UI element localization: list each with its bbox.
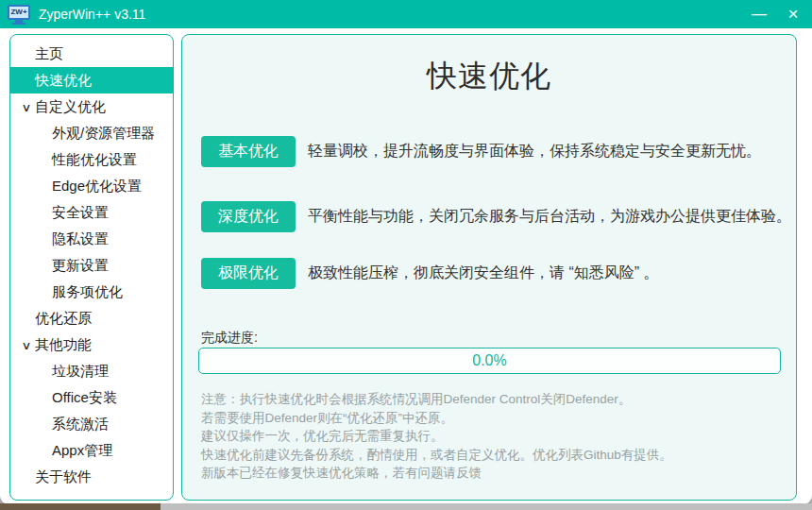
deep-optimize-desc: 平衡性能与功能，关闭冗余服务与后台活动，为游戏办公提供更佳体验。 [308,207,791,227]
deep-optimize-button[interactable]: 深度优化 [201,201,296,232]
sidebar-item-update-settings[interactable]: 更新设置 [10,252,173,279]
sidebar-group-other-features[interactable]: ∨其他功能 [10,332,173,358]
sidebar-item-edge-settings[interactable]: Edge优化设置 [10,173,173,199]
sidebar-item-system-activation[interactable]: 系统激活 [10,411,173,437]
basic-optimize-desc: 轻量调校，提升流畅度与界面体验，保持系统稳定与安全更新无忧。 [308,142,761,162]
deep-optimize-row: 深度优化 平衡性能与功能，关闭冗余服务与后台活动，为游戏办公提供更佳体验。 [201,201,791,232]
page-title: 快速优化 [182,56,796,97]
progress-label: 完成进度: [201,330,258,347]
sidebar-item-junk-clean[interactable]: 垃圾清理 [10,358,173,384]
sidebar-item-quick-optimize[interactable]: 快速优化 [10,67,173,94]
progress-bar: 0.0% [198,348,781,374]
sidebar-item-appx-manage[interactable]: Appx管理 [10,437,173,464]
sidebar-item-performance-settings[interactable]: 性能优化设置 [10,146,173,173]
sidebar-group-label: 其他功能 [35,336,92,352]
chevron-down-icon: ∨ [16,94,38,121]
app-window: ZW+ ZyperWin++ v3.11 — × 主页 快速优化 ∨自定义优化 … [0,0,812,504]
sidebar-item-optimize-restore[interactable]: 优化还原 [10,305,173,332]
app-logo-icon: ZW+ [8,5,30,25]
progress-value: 0.0% [199,348,780,373]
extreme-optimize-button[interactable]: 极限优化 [201,258,296,289]
quick-optimize-panel: 快速优化 基本优化 轻量调校，提升流畅度与界面体验，保持系统稳定与安全更新无忧。… [181,34,797,501]
note-line: 若需要使用Defender则在“优化还原”中还原。 [201,409,672,428]
sidebar-group-label: 自定义优化 [35,98,106,114]
sidebar-item-office-install[interactable]: Office安装 [10,384,173,411]
note-line: 注意：执行快速优化时会根据系统情况调用Defender Control关闭Def… [201,390,672,409]
basic-optimize-button[interactable]: 基本优化 [201,136,296,167]
window-title: ZyperWin++ v3.11 [39,7,742,22]
sidebar-item-privacy-settings[interactable]: 隐私设置 [10,226,173,252]
title-bar: ZW+ ZyperWin++ v3.11 — × [0,0,812,28]
logo-text: ZW+ [10,8,26,16]
sidebar-nav: 主页 快速优化 ∨自定义优化 外观/资源管理器 性能优化设置 Edge优化设置 … [9,34,174,501]
chevron-down-icon: ∨ [16,332,38,359]
sidebar-item-security-settings[interactable]: 安全设置 [10,199,173,226]
notes-block: 注意：执行快速优化时会根据系统情况调用Defender Control关闭Def… [201,390,672,483]
sidebar-item-appearance-explorer[interactable]: 外观/资源管理器 [10,120,173,146]
sidebar-item-home[interactable]: 主页 [10,41,173,67]
desktop-background [0,503,161,510]
extreme-optimize-desc: 极致性能压榨，彻底关闭安全组件，请 “知悉风险” 。 [308,264,659,283]
basic-optimize-row: 基本优化 轻量调校，提升流畅度与界面体验，保持系统稳定与安全更新无忧。 [201,136,761,167]
note-line: 快速优化前建议先备份系统，酌情使用，或者自定义优化。优化列表Github有提供。 [201,446,672,465]
extreme-optimize-row: 极限优化 极致性能压榨，彻底关闭安全组件，请 “知悉风险” 。 [201,258,659,289]
close-button[interactable]: × [776,0,810,28]
sidebar-item-about[interactable]: 关于软件 [10,464,173,490]
note-line: 新版本已经在修复快速优化策略，若有问题请反馈 [201,464,672,483]
note-line: 建议仅操作一次，优化完后无需重复执行。 [201,427,672,446]
sidebar-item-services-optimize[interactable]: 服务项优化 [10,279,173,305]
sidebar-group-custom-optimize[interactable]: ∨自定义优化 [10,94,173,120]
desktop-background [161,503,812,510]
minimize-button[interactable]: — [742,0,776,28]
